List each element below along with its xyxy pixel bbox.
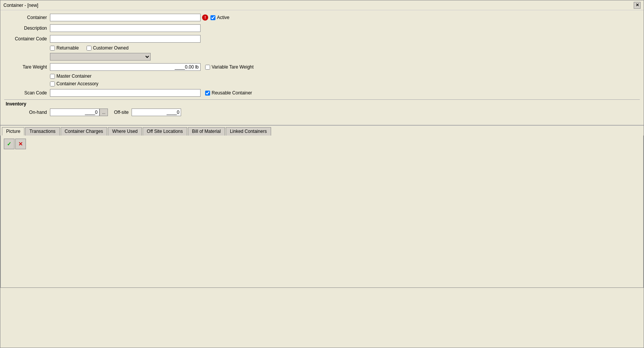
container-accessory-text: Container Accessory (56, 81, 98, 86)
master-container-label[interactable]: Master Container (50, 73, 92, 79)
tab-transactions[interactable]: Transactions (25, 127, 59, 136)
tab-bill-of-material[interactable]: Bill of Material (188, 127, 225, 136)
customer-owned-checkbox[interactable] (87, 46, 92, 51)
dropdown-row (50, 53, 640, 61)
on-hand-label: On-hand (4, 110, 50, 115)
tabs-section: Picture Transactions Container Charges W… (0, 125, 644, 288)
container-accessory-row: Container Accessory (50, 81, 640, 86)
cancel-button[interactable]: ✕ (15, 139, 26, 149)
title-bar: Container - [new] ✕ (0, 0, 644, 10)
on-hand-row: On-hand ____0 ... Off-site ____0 (4, 108, 640, 117)
browse-button[interactable]: ... (100, 109, 108, 116)
master-container-row: Master Container (50, 73, 640, 79)
tare-weight-value: ____0.00 lb (175, 64, 199, 70)
active-checkbox-label[interactable]: Active (210, 15, 230, 20)
main-window: Container - [new] ✕ Container ! Active D… (0, 0, 644, 348)
tare-weight-row: Tare Weight ____0.00 lb Variable Tare We… (4, 63, 640, 71)
close-button[interactable]: ✕ (634, 2, 641, 9)
error-icon: ! (202, 14, 208, 21)
off-site-value: ____0 (167, 110, 179, 115)
reusable-container-label[interactable]: Reusable Container (205, 90, 252, 96)
returnable-label[interactable]: Returnable (50, 45, 79, 51)
description-label: Description (4, 26, 50, 31)
description-input[interactable] (50, 24, 201, 32)
description-row: Description (4, 24, 640, 32)
variable-tare-area: Variable Tare Weight (205, 64, 254, 70)
tab-off-site-locations[interactable]: Off Site Locations (143, 127, 187, 136)
scan-code-row: Scan Code Reusable Container (4, 89, 640, 97)
action-buttons: ✓ ✕ (4, 139, 640, 149)
container-input[interactable] (50, 14, 201, 21)
scan-code-label: Scan Code (4, 90, 50, 96)
tab-where-used[interactable]: Where Used (108, 127, 142, 136)
tare-weight-input[interactable]: ____0.00 lb (50, 63, 201, 71)
off-site-label: Off-site (114, 110, 132, 115)
variable-tare-label[interactable]: Variable Tare Weight (205, 64, 254, 70)
master-container-text: Master Container (56, 73, 92, 79)
tabs-bar: Picture Transactions Container Charges W… (0, 126, 644, 136)
container-label: Container (4, 15, 50, 20)
on-hand-input[interactable]: ____0 (50, 109, 100, 116)
container-code-input[interactable] (50, 35, 201, 43)
variable-tare-checkbox[interactable] (205, 65, 210, 70)
customer-owned-label[interactable]: Customer Owned (87, 45, 128, 51)
container-accessory-label[interactable]: Container Accessory (50, 81, 98, 86)
tab-picture[interactable]: Picture (2, 127, 24, 136)
customer-owned-text: Customer Owned (93, 45, 128, 51)
returnable-checkbox[interactable] (50, 46, 55, 51)
on-hand-value: ____0 (85, 110, 98, 115)
active-area: ! Active (202, 14, 230, 21)
reusable-container-area: Reusable Container (205, 90, 252, 96)
off-site-input[interactable]: ____0 (132, 109, 181, 116)
content-area: Container ! Active Description Container… (0, 10, 644, 122)
active-label: Active (217, 15, 230, 20)
variable-tare-text: Variable Tare Weight (212, 64, 254, 70)
master-container-checkbox[interactable] (50, 74, 55, 79)
returnable-text: Returnable (56, 45, 79, 51)
checkboxes-row: Returnable Customer Owned (50, 45, 640, 51)
on-hand-input-group: ____0 ... (50, 109, 108, 116)
reusable-container-checkbox[interactable] (205, 91, 210, 96)
confirm-button[interactable]: ✓ (4, 139, 14, 149)
container-type-select[interactable] (50, 53, 151, 61)
tare-weight-label: Tare Weight (4, 64, 50, 70)
tab-container-charges[interactable]: Container Charges (61, 127, 108, 136)
container-accessory-checkbox[interactable] (50, 81, 55, 86)
active-checkbox[interactable] (210, 15, 215, 20)
reusable-container-text: Reusable Container (212, 90, 252, 96)
inventory-section: Inventory On-hand ____0 ... Off-site ___… (4, 99, 640, 117)
tab-content-picture: ✓ ✕ (0, 136, 644, 288)
container-code-row: Container Code (4, 35, 640, 43)
off-site-group: Off-site ____0 (114, 109, 181, 116)
inventory-label: Inventory (6, 101, 640, 107)
window-title: Container - [new] (3, 3, 38, 8)
tab-linked-containers[interactable]: Linked Containers (226, 127, 271, 136)
container-code-label: Container Code (4, 36, 50, 42)
container-row: Container ! Active (4, 13, 640, 22)
scan-code-input[interactable] (50, 89, 201, 97)
